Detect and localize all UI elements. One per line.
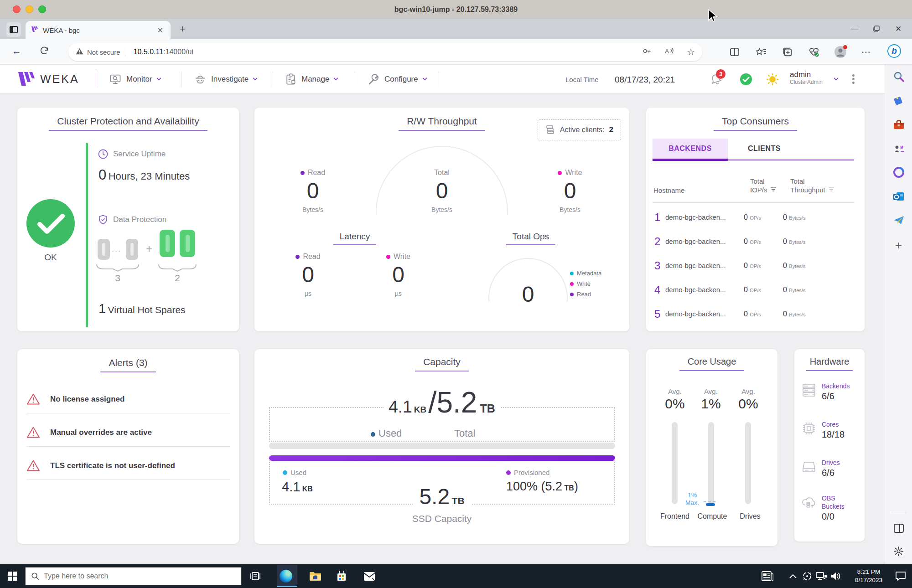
hot-spares-number: 1 <box>98 301 106 316</box>
not-secure-label[interactable]: Not secure <box>87 48 120 56</box>
window-maximize-button[interactable] <box>866 20 886 37</box>
split-screen-icon[interactable] <box>728 45 741 59</box>
taskbar-search-box[interactable] <box>25 567 242 585</box>
start-button[interactable] <box>5 569 19 583</box>
menu-configure[interactable]: Configure <box>367 65 427 93</box>
nav-more-menu-icon[interactable]: ••• <box>852 74 855 85</box>
refresh-icon[interactable] <box>39 46 49 58</box>
header-total-throughput[interactable]: Total Throughput <box>790 177 834 194</box>
table-row[interactable]: 2demo-bgc-backen... 0 OP/s 0 Bytes/s <box>646 229 865 253</box>
cloud-upload-icon <box>801 494 817 511</box>
menu-investigate[interactable]: Investigate <box>193 65 258 93</box>
search-input[interactable] <box>44 572 217 580</box>
hardware-backends[interactable]: Backends6/6 <box>801 382 850 402</box>
address-bar[interactable]: Not secure 10.5.0.11 :14000/ui A ☆ <box>68 43 702 61</box>
bing-discover-icon[interactable]: b <box>887 44 901 58</box>
sidebar-shopping-icon[interactable] <box>892 94 905 107</box>
warning-triangle-icon <box>26 393 40 405</box>
volume-icon[interactable] <box>829 569 843 583</box>
tab-actions-button[interactable] <box>6 22 21 37</box>
active-clients-box[interactable]: Active clients: 2 <box>538 119 621 140</box>
taskbar-clock[interactable]: 8:21 PM 8/17/2023 <box>849 568 888 584</box>
uptime-clock-icon <box>98 149 109 160</box>
sidebar-settings-gear-icon[interactable] <box>892 545 905 557</box>
sidebar-panel-icon[interactable] <box>892 522 905 535</box>
favorite-star-icon[interactable]: ☆ <box>687 46 695 57</box>
used-dot <box>371 432 375 437</box>
compute-avg-value: 1% <box>690 396 731 412</box>
user-chevron-down-icon[interactable] <box>834 77 839 81</box>
new-tab-button[interactable]: + <box>180 25 186 34</box>
user-menu[interactable]: admin ClusterAdmin <box>790 70 823 86</box>
sidebar-drop-icon[interactable] <box>892 214 905 227</box>
header-total-iops[interactable]: Total IOP/s <box>750 177 776 194</box>
task-view-icon[interactable] <box>249 569 262 583</box>
url-host[interactable]: 10.5.0.11 <box>134 48 164 56</box>
search-icon <box>31 572 39 580</box>
sidebar-add-icon[interactable]: + <box>892 239 905 252</box>
profile-avatar[interactable] <box>834 45 847 59</box>
table-row[interactable]: 3demo-bgc-backen... 0 OP/s 0 Bytes/s <box>646 253 865 278</box>
sort-filter-icon[interactable] <box>829 187 834 192</box>
local-time-label: Local Time <box>565 76 599 83</box>
action-center-icon[interactable] <box>894 569 907 583</box>
hardware-obs-buckets[interactable]: OBS Buckets0/0 <box>801 494 858 522</box>
sidebar-outlook-icon[interactable] <box>892 190 905 203</box>
onedrive-sync-icon[interactable] <box>800 569 814 583</box>
weka-favicon <box>31 26 38 35</box>
table-row[interactable]: 1demo-bgc-backen... 0 OP/s 0 Bytes/s <box>646 205 865 229</box>
frontend-usage-bar <box>672 422 678 504</box>
dp-dots: ... <box>112 244 121 254</box>
data-protection-shield-icon <box>98 214 109 225</box>
alerts-panel: Alerts (3) No license assigned Manual ov… <box>17 349 239 544</box>
sidebar-search-icon[interactable] <box>892 70 905 83</box>
tab-backends[interactable]: BACKENDS <box>653 139 728 159</box>
hardware-cores[interactable]: Cores18/18 <box>801 420 845 440</box>
sidebar-m365-icon[interactable] <box>892 166 905 179</box>
ssd-total-value: 5.2 TB <box>254 484 629 509</box>
header-hostname[interactable]: Hostname <box>653 186 684 195</box>
alert-item[interactable]: TLS certificate is not user-defined <box>26 459 230 480</box>
sidebar-games-icon[interactable] <box>892 142 905 155</box>
url-path[interactable]: :14000/ui <box>163 48 193 56</box>
window-minimize-button[interactable]: — <box>845 20 865 37</box>
collections-icon[interactable] <box>781 45 794 59</box>
network-icon[interactable] <box>814 569 828 583</box>
warning-triangle-icon <box>26 459 40 472</box>
active-clients-label: Active clients: <box>560 126 605 134</box>
microsoft-store-icon[interactable] <box>335 569 348 583</box>
table-row[interactable]: 4demo-bgc-backen... 0 OP/s 0 Bytes/s <box>646 278 865 302</box>
latency-write-metric: Write 0 µs <box>363 253 434 297</box>
alert-item[interactable]: Manual overrides are active <box>26 426 230 447</box>
sort-filter-icon[interactable] <box>771 187 776 192</box>
tab-close-icon[interactable]: ✕ <box>155 26 165 35</box>
file-explorer-icon[interactable] <box>308 569 322 583</box>
more-options-icon[interactable]: ⋯ <box>859 45 873 59</box>
menu-manage[interactable]: Manage <box>285 65 338 93</box>
browser-tab[interactable]: WEKA - bgc ✕ <box>26 21 171 39</box>
chevron-down-icon <box>422 77 427 81</box>
hardware-drives[interactable]: Drives6/6 <box>801 459 840 478</box>
dp-parity-block <box>180 230 195 257</box>
weka-logo[interactable]: WEKA <box>17 71 79 87</box>
window-close-button[interactable]: ✕ <box>888 20 908 37</box>
sidebar-toolbox-icon[interactable] <box>892 119 905 131</box>
mail-icon[interactable] <box>363 569 376 583</box>
user-role: ClusterAdmin <box>790 79 823 85</box>
cluster-health-status-icon[interactable] <box>740 73 752 88</box>
browser-essentials-icon[interactable] <box>807 45 821 59</box>
read-aloud-icon[interactable]: A <box>664 46 674 57</box>
menu-monitor[interactable]: Monitor <box>109 65 161 93</box>
news-widget-icon[interactable] <box>761 569 774 583</box>
notifications-bell[interactable]: 3 <box>710 73 722 88</box>
back-icon[interactable]: ← <box>12 46 21 57</box>
theme-sun-icon[interactable] <box>766 73 779 88</box>
table-row[interactable]: 5demo-bgc-backen... 0 OP/s 0 Bytes/s <box>646 302 865 326</box>
tab-clients[interactable]: CLIENTS <box>728 139 801 159</box>
favorites-icon[interactable] <box>754 45 768 59</box>
throughput-panel: R/W Throughput Active clients: 2 Read 0 … <box>254 108 629 331</box>
taskbar-edge-icon[interactable] <box>279 569 293 583</box>
alert-item[interactable]: No license assigned <box>26 393 230 413</box>
show-hidden-icons-chevron[interactable] <box>786 569 800 583</box>
password-key-icon[interactable] <box>642 46 651 57</box>
